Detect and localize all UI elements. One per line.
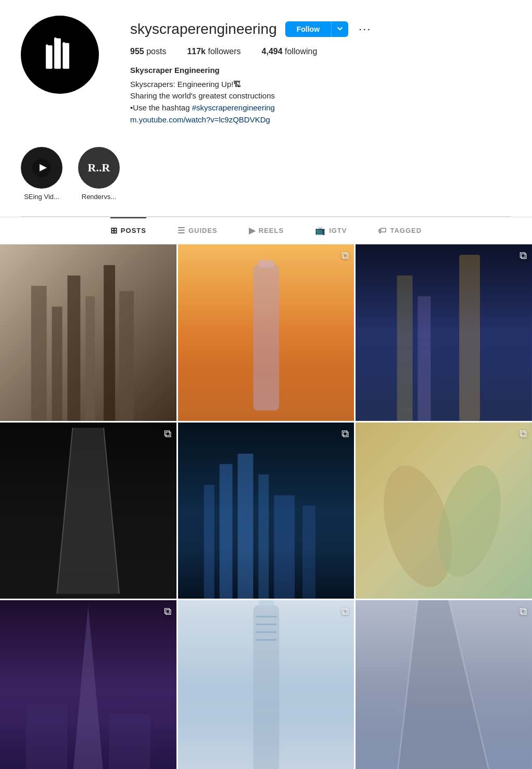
svg-rect-13 [85, 296, 95, 421]
following-stat[interactable]: 4,494 following [262, 47, 318, 56]
avatar [21, 16, 99, 94]
svg-rect-6 [62, 42, 65, 48]
reels-tab-icon: ▶ [249, 226, 256, 235]
username: skyscraperengineering [130, 21, 277, 38]
profile-info: skyscraperengineering Follow ··· 955 pos… [130, 16, 511, 126]
multi-post-icon: ⧉ [520, 250, 527, 262]
svg-rect-46 [256, 631, 276, 633]
svg-rect-18 [258, 260, 274, 268]
post-item[interactable]: ⧉ [0, 600, 176, 769]
post-item[interactable]: ⧉ [178, 423, 354, 599]
svg-rect-40 [109, 714, 150, 769]
posts-tab-label: POSTS [121, 227, 146, 234]
svg-rect-15 [119, 291, 134, 421]
posts-grid: ⧉ ⧉ ⧉ [0, 243, 532, 769]
multi-post-icon: ⧉ [341, 428, 349, 440]
tabs-section: ⊞ POSTS ☰ GUIDES ▶ REELS 📺 IGTV 🏷 TAGGED [0, 217, 532, 243]
posts-stat: 955 posts [130, 47, 166, 56]
multi-post-icon: ⧉ [164, 428, 171, 440]
svg-rect-5 [54, 38, 57, 43]
highlight-circle-1 [21, 147, 62, 189]
external-link[interactable]: m.youtube.com/watch?v=lc9zQBDVKDg [130, 115, 270, 124]
profile-header: skyscraperengineering Follow ··· 955 pos… [0, 0, 532, 137]
svg-rect-47 [256, 639, 276, 641]
chevron-down-icon [337, 26, 343, 32]
display-name: Skyscraper Engineering [130, 65, 511, 77]
highlight-item[interactable]: SEing Vid... [21, 147, 62, 201]
post-item[interactable] [0, 244, 176, 421]
highlight-circle-2: R..R [78, 147, 120, 189]
follow-dropdown-button[interactable] [331, 21, 348, 37]
guides-tab-icon: ☰ [178, 226, 185, 235]
post-item[interactable]: ⧉ [356, 600, 532, 769]
svg-rect-31 [258, 474, 269, 599]
guides-tab-label: GUIDES [188, 227, 218, 234]
tab-tagged[interactable]: 🏷 TAGGED [378, 217, 422, 243]
svg-rect-30 [237, 453, 253, 599]
svg-rect-22 [418, 296, 431, 421]
multi-post-icon: ⧉ [341, 605, 349, 617]
tab-igtv[interactable]: 📺 IGTV [315, 217, 347, 243]
multi-post-icon: ⧉ [520, 428, 527, 440]
multi-post-icon: ⧉ [341, 250, 349, 262]
svg-rect-17 [253, 265, 279, 411]
posts-tab-icon: ⊞ [110, 226, 118, 235]
svg-rect-20 [460, 255, 480, 421]
post-item[interactable]: ⧉ [356, 423, 532, 599]
igtv-tab-label: IGTV [329, 227, 347, 234]
svg-rect-4 [46, 44, 48, 50]
svg-rect-12 [67, 276, 80, 421]
igtv-tab-icon: 📺 [315, 226, 326, 235]
svg-rect-39 [26, 704, 68, 769]
svg-rect-29 [219, 464, 232, 599]
bio-section: Skyscraper Engineering Skyscrapers: Engi… [130, 65, 511, 126]
bio-line-1: Skyscrapers: Engineering Up!🏗 [130, 79, 511, 91]
follow-btn-group: Follow [285, 21, 348, 37]
highlight-label-1: SEing Vid... [24, 193, 59, 201]
svg-rect-10 [31, 286, 47, 421]
svg-rect-45 [256, 624, 276, 625]
svg-rect-42 [253, 605, 279, 769]
svg-rect-14 [104, 265, 115, 421]
profile-top-row: skyscraperengineering Follow ··· [130, 21, 511, 38]
tagged-tab-icon: 🏷 [378, 226, 387, 235]
more-options-button[interactable]: ··· [357, 22, 373, 36]
tab-reels[interactable]: ▶ REELS [249, 217, 284, 243]
play-icon [32, 158, 51, 177]
highlights-section: SEing Vid... R..R Rendervs... [0, 137, 532, 216]
post-item[interactable]: ⧉ [178, 244, 354, 421]
highlight-item-2[interactable]: R..R Rendervs... [78, 147, 120, 201]
post-item[interactable]: ⧉ [0, 423, 176, 599]
tagged-tab-label: TAGGED [390, 227, 422, 234]
post-item[interactable]: ⧉ [178, 600, 354, 769]
svg-rect-11 [52, 307, 62, 421]
multi-post-icon: ⧉ [520, 605, 527, 617]
tab-posts[interactable]: ⊞ POSTS [110, 217, 146, 243]
bio-line-3: •Use the hashtag #skyscraperengineering [130, 102, 511, 114]
multi-post-icon: ⧉ [164, 605, 171, 617]
tab-guides[interactable]: ☰ GUIDES [178, 217, 218, 243]
svg-rect-21 [397, 276, 413, 421]
reels-tab-label: REELS [259, 227, 284, 234]
svg-rect-19 [356, 244, 532, 421]
stats-row: 955 posts 117k followers 4,494 following [130, 47, 511, 56]
svg-rect-43 [258, 600, 274, 611]
post-item[interactable]: ⧉ [356, 244, 532, 421]
svg-rect-33 [302, 505, 315, 599]
svg-rect-44 [256, 616, 276, 617]
avatar-container [21, 16, 99, 94]
hashtag-link[interactable]: #skyscraperengineering [192, 103, 275, 112]
highlight-label-2: Rendervs... [82, 193, 116, 201]
follow-button[interactable]: Follow [285, 21, 331, 37]
bio-line-2: Sharing the world's greatest constructio… [130, 90, 511, 102]
followers-stat[interactable]: 117k followers [187, 47, 240, 56]
svg-rect-28 [204, 485, 214, 599]
svg-rect-32 [274, 495, 295, 599]
